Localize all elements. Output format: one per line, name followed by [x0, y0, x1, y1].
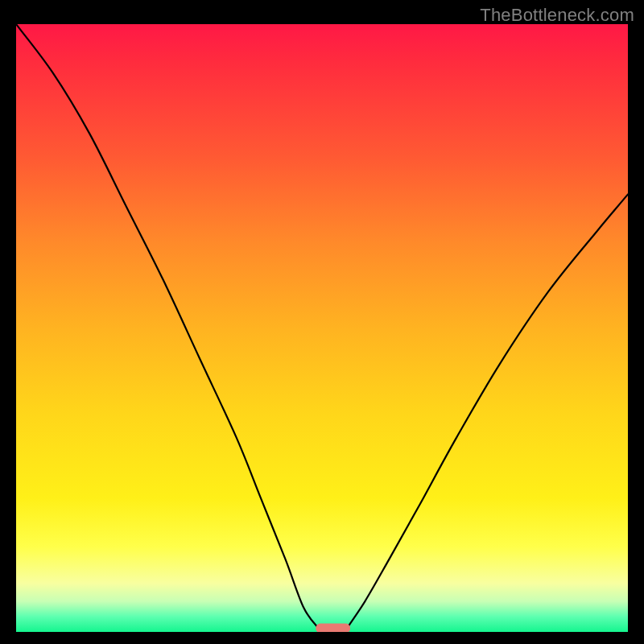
chart-stage: TheBottleneck.com — [0, 0, 644, 644]
bottleneck-curve-right — [346, 194, 628, 629]
min-marker — [316, 624, 350, 632]
plot-area — [16, 24, 628, 632]
bottleneck-curve-left — [16, 24, 319, 629]
watermark-text: TheBottleneck.com — [480, 5, 634, 26]
curve-svg — [16, 24, 628, 632]
